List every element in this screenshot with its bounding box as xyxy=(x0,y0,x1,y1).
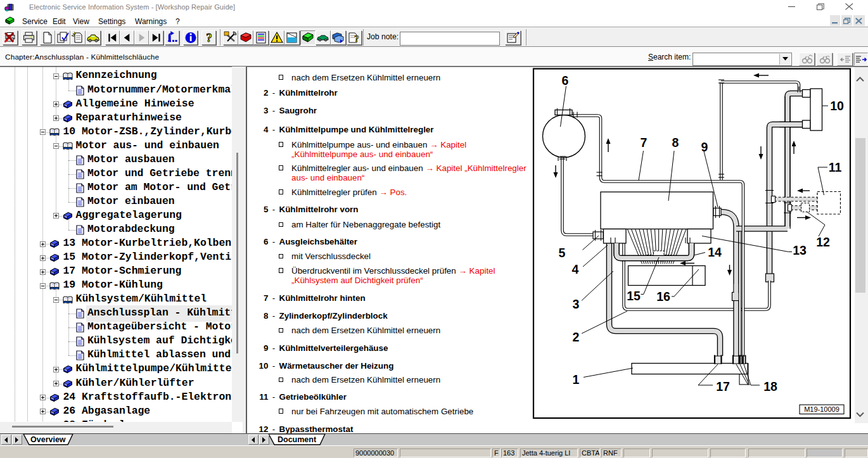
svg-text:11: 11 xyxy=(829,160,842,174)
svg-text:16: 16 xyxy=(656,289,670,303)
svg-text:9: 9 xyxy=(701,140,708,154)
svg-text:3: 3 xyxy=(573,297,580,311)
svg-text:M19-10009: M19-10009 xyxy=(804,405,839,413)
svg-text:17: 17 xyxy=(716,379,730,393)
svg-text:4: 4 xyxy=(572,262,579,276)
svg-text:6: 6 xyxy=(562,73,569,87)
svg-text:15: 15 xyxy=(627,289,641,303)
svg-text:18: 18 xyxy=(763,379,777,393)
svg-text:?: ? xyxy=(206,31,212,44)
svg-text:2: 2 xyxy=(573,330,580,344)
svg-text:?: ? xyxy=(354,34,359,44)
svg-text:10: 10 xyxy=(830,99,844,113)
svg-text:5: 5 xyxy=(559,246,566,260)
svg-text:8: 8 xyxy=(672,136,679,149)
svg-text:12: 12 xyxy=(816,235,830,249)
svg-text:7: 7 xyxy=(641,136,648,149)
svg-text:14: 14 xyxy=(708,245,722,259)
svg-text:1: 1 xyxy=(573,372,580,386)
svg-text:13: 13 xyxy=(793,243,807,257)
